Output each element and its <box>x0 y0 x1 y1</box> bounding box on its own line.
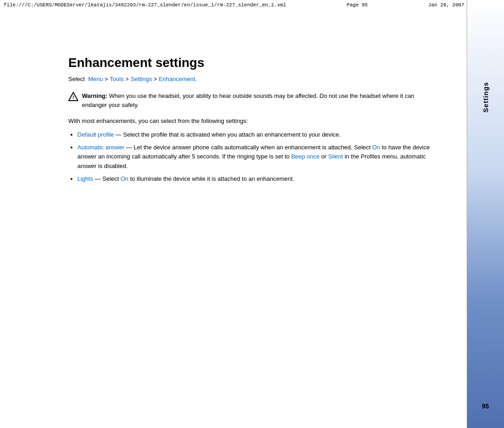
svg-text:!: ! <box>72 95 74 100</box>
warning-box: ! Warning: When you use the headset, you… <box>68 92 430 109</box>
breadcrumb-prefix: Select <box>68 76 85 82</box>
list-item: Automatic answer — Let the device answer… <box>77 143 430 170</box>
automatic-answer-link[interactable]: Automatic answer <box>77 144 124 151</box>
on-link-1[interactable]: On <box>372 144 380 151</box>
top-bar: file:///C:/USERS/MODEServer/lkatajis/348… <box>0 0 504 10</box>
filepath-label: file:///C:/USERS/MODEServer/lkatajis/348… <box>4 2 286 8</box>
warning-icon: ! <box>68 92 78 104</box>
breadcrumb-menu[interactable]: Menu <box>88 76 103 82</box>
breadcrumb-tools[interactable]: Tools <box>110 76 123 82</box>
breadcrumb-enhancement[interactable]: Enhancement. <box>159 76 197 82</box>
bullet-2-text-1: — Let the device answer phone calls auto… <box>126 144 372 151</box>
beep-once-link[interactable]: Beep once <box>291 153 320 160</box>
breadcrumb: Select Menu > Tools > Settings > Enhance… <box>68 76 430 82</box>
default-profile-link[interactable]: Default profile <box>77 131 114 138</box>
breadcrumb-settings[interactable]: Settings <box>131 76 152 82</box>
breadcrumb-sep-2: > <box>126 76 129 82</box>
right-sidebar: Settings <box>467 0 504 428</box>
breadcrumb-sep-1: > <box>105 76 108 82</box>
on-link-2[interactable]: On <box>121 175 128 182</box>
bullet-3-text-1: — Select <box>95 175 120 182</box>
page-number: 95 <box>467 403 504 410</box>
list-item: Lights — Select On to illuminate the dev… <box>77 174 430 183</box>
list-item: Default profile — Select the profile tha… <box>77 130 430 139</box>
page-label: Page 95 <box>346 2 367 8</box>
bullet-list: Default profile — Select the profile tha… <box>68 130 430 183</box>
warning-text: Warning: When you use the headset, your … <box>82 92 430 109</box>
lights-link[interactable]: Lights <box>77 175 93 182</box>
bullet-1-text: — Select the profile that is activated w… <box>116 131 341 138</box>
bullet-3-text-2: to illuminate the device while it is att… <box>130 175 295 182</box>
bullet-2-text-3: or <box>321 153 328 160</box>
breadcrumb-sep-3: > <box>154 76 157 82</box>
page-title: Enhancement settings <box>68 56 430 70</box>
settings-tab-label: Settings <box>482 82 489 112</box>
intro-text: With most enhancements, you can select f… <box>68 117 430 126</box>
main-content: Enhancement settings Select Menu > Tools… <box>0 10 467 428</box>
silent-link[interactable]: Silent <box>328 153 343 160</box>
warning-label: Warning: <box>82 92 107 99</box>
warning-body: When you use the headset, your ability t… <box>82 92 414 108</box>
